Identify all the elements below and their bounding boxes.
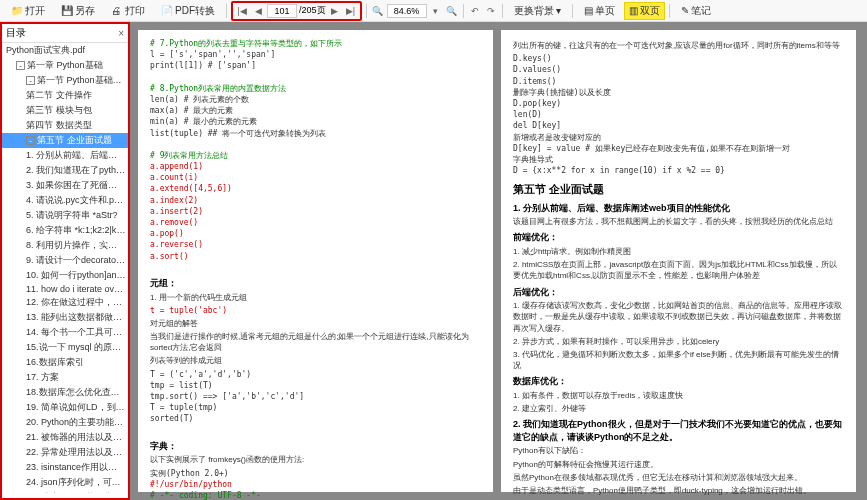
sub-heading: 前端优化：	[513, 231, 844, 244]
section-heading: 字典：	[150, 440, 481, 453]
separator	[502, 4, 503, 18]
outline-tree: Python面试宝典.pdf-第一章 Python基础-第一节 Python基础…	[2, 43, 128, 493]
sub-heading: 后端优化：	[513, 286, 844, 299]
paragraph: 以下实例展示了 fromkeys()函数的使用方法:	[150, 454, 481, 465]
code-line: del D[key]	[513, 120, 844, 131]
code-line: a.append(1)	[150, 161, 481, 172]
save-button[interactable]: 💾另存	[54, 1, 102, 21]
convert-button[interactable]: 📄PDF转换	[154, 1, 222, 21]
code-line: D.keys()	[513, 53, 844, 64]
code-line: a.count(i)	[150, 172, 481, 183]
outline-item[interactable]: 20. Python的主要功能是什么？	[2, 415, 128, 430]
rotate-left-icon[interactable]: ↶	[468, 4, 482, 18]
code-line: 新增或者是改变键对应的	[513, 132, 844, 143]
code-line: len(D)	[513, 109, 844, 120]
outline-item[interactable]: 11. how do i iterate over a	[2, 283, 128, 295]
next-page-icon[interactable]: ▶	[328, 4, 342, 18]
outline-item[interactable]: 9. 请设计一个decorator，它可	[2, 253, 128, 268]
outline-item[interactable]: -第一章 Python基础	[2, 58, 128, 73]
code-line: len(a) # 列表元素的个数	[150, 94, 481, 105]
paragraph: 1. 减少http请求。例如制作精灵图	[513, 246, 844, 257]
outline-item[interactable]: 25. 线上服务可能因为种种原因	[2, 490, 128, 493]
zoom-input[interactable]	[387, 4, 427, 18]
zoom-out-icon[interactable]: 🔍	[371, 4, 385, 18]
save-icon: 💾	[61, 5, 73, 17]
code-comment: # 8.Python列表常用的内置数据方法	[150, 83, 481, 94]
first-page-icon[interactable]: |◀	[235, 4, 249, 18]
rotate-right-icon[interactable]: ↷	[484, 4, 498, 18]
outline-item[interactable]: -第一节 Python基础面试	[2, 73, 128, 88]
outline-item[interactable]: 第四节 数据类型	[2, 118, 128, 133]
background-button[interactable]: 更换背景 ▾	[507, 1, 568, 21]
outline-item[interactable]: 第二节 文件操作	[2, 88, 128, 103]
paragraph: 由于是动态类型语言，Python使用鸭子类型，即duck-typing，这会增加…	[513, 485, 844, 496]
outline-item[interactable]: 21. 被饰器的用法以及应用场景	[2, 430, 128, 445]
paragraph: 1. 缓存存储该读写次数高，变化少数据，比如网站首页的信息、商品的信息等。应用程…	[513, 300, 844, 334]
content-area[interactable]: # 7.Python的列表去重与字符串等类型的，如下所示 l = ['s','s…	[130, 22, 867, 500]
pdf-page-left: # 7.Python的列表去重与字符串等类型的，如下所示 l = ['s','s…	[138, 30, 493, 492]
toolbar: 📁打开 💾另存 🖨打印 📄PDF转换 |◀ ◀ /205页 ▶ ▶| 🔍 ▾ 🔍…	[0, 0, 867, 22]
paragraph: 1. 用一个新的代码生成元组	[150, 292, 481, 303]
paragraph: 2. 建立索引、外键等	[513, 403, 844, 414]
note-button[interactable]: ✎ 笔记	[674, 1, 718, 21]
code-line: l = ['s','span','','span']	[150, 49, 481, 60]
outline-item[interactable]: -第五节 企业面试题	[2, 133, 128, 148]
page-navigation: |◀ ◀ /205页 ▶ ▶|	[231, 1, 362, 21]
outline-item[interactable]: 22. 异常处理用法以及如何使用	[2, 445, 128, 460]
outline-item[interactable]: 17. 方案	[2, 370, 128, 385]
code-line: T = tuple(tmp)	[150, 402, 481, 413]
code-line: tmp = list(T)	[150, 380, 481, 391]
last-page-icon[interactable]: ▶|	[344, 4, 358, 18]
outline-item[interactable]: 10. 如何一行python]and-or	[2, 268, 128, 283]
outline-item[interactable]: 24. json序列化时，可以处理的	[2, 475, 128, 490]
tree-toggle-icon[interactable]: -	[26, 76, 35, 85]
code-line: sorted(T)	[150, 413, 481, 424]
single-page-button[interactable]: ▤ 单页	[577, 1, 622, 21]
tree-toggle-icon[interactable]: -	[26, 136, 35, 145]
outline-item[interactable]: 1. 分别从前端、后端、数据库	[2, 148, 128, 163]
outline-item[interactable]: 18.数据库怎么优化查询效率？	[2, 385, 128, 400]
pdf-page-right: 列出所有的键，往这只有的在一个可迭代对象,应该尽量的用for循环，同时所有的it…	[501, 30, 856, 492]
code-line: 字典推导式	[513, 154, 844, 165]
separator	[669, 4, 670, 18]
code-line: D = {x:x**2 for x in range(10) if x %2 =…	[513, 165, 844, 176]
outline-item[interactable]: 23. isinstance作用以及应用场	[2, 460, 128, 475]
separator	[366, 4, 367, 18]
outline-item[interactable]: 13. 能列出这数据都做用哪几个c	[2, 310, 128, 325]
code-line: t = tuple('abc')	[150, 305, 481, 316]
outline-item[interactable]: 2. 我们知道现在了python真是	[2, 163, 128, 178]
paragraph: 虽然Python在很多领域都表现优秀，但它无法在移动计算和浏览器领域强大起来。	[513, 472, 844, 483]
code-line: D.items()	[513, 76, 844, 87]
code-line: min(a) # 最小的元素的元素	[150, 116, 481, 127]
outline-item[interactable]: 4. 请说说.pyc文件和.py文件的	[2, 193, 128, 208]
outline-item[interactable]: 3. 如果你困在了死循环里，怎	[2, 178, 128, 193]
double-page-button[interactable]: ▥ 双页	[624, 2, 665, 20]
code-line: print(l[1]) # ['span']	[150, 60, 481, 71]
tree-toggle-icon[interactable]: -	[16, 61, 25, 70]
zoom-dropdown-icon[interactable]: ▾	[429, 4, 443, 18]
outline-item[interactable]: 第三节 模块与包	[2, 103, 128, 118]
sidebar-title: 目录	[6, 26, 26, 40]
code-line: a.pop()	[150, 228, 481, 239]
code-line: #!/usr/bin/python	[150, 479, 481, 490]
outline-item[interactable]: 5. 请说明字符串 *aStr?	[2, 208, 128, 223]
outline-item[interactable]: 6. 给字符串 *k:1;k2:2|k3:3|k	[2, 223, 128, 238]
zoom-in-icon[interactable]: 🔍	[445, 4, 459, 18]
outline-item[interactable]: 14. 每个书一个工具可以知识数	[2, 325, 128, 340]
outline-item[interactable]: 16.数据库索引	[2, 355, 128, 370]
prev-page-icon[interactable]: ◀	[251, 4, 265, 18]
close-icon[interactable]: ×	[118, 28, 124, 39]
code-line: list(tuple) ## 将一个可迭代对象转换为列表	[150, 128, 481, 139]
open-button[interactable]: 📁打开	[4, 1, 52, 21]
code-line: a.sort()	[150, 251, 481, 262]
outline-item[interactable]: Python面试宝典.pdf	[2, 43, 128, 58]
print-button[interactable]: 🖨打印	[104, 1, 152, 21]
code-line: D.pop(key)	[513, 98, 844, 109]
page-input[interactable]	[267, 4, 297, 18]
outline-item[interactable]: 19. 简单说如何LD，到解释等	[2, 400, 128, 415]
outline-item[interactable]: 15.说一下 mysql 的原理？	[2, 340, 128, 355]
outline-item[interactable]: 12. 你在做这过程中，都是怎么	[2, 295, 128, 310]
separator	[463, 4, 464, 18]
code-line: 实例(Python 2.0+)	[150, 468, 481, 479]
outline-item[interactable]: 8. 利用切片操作，实现一个tri	[2, 238, 128, 253]
